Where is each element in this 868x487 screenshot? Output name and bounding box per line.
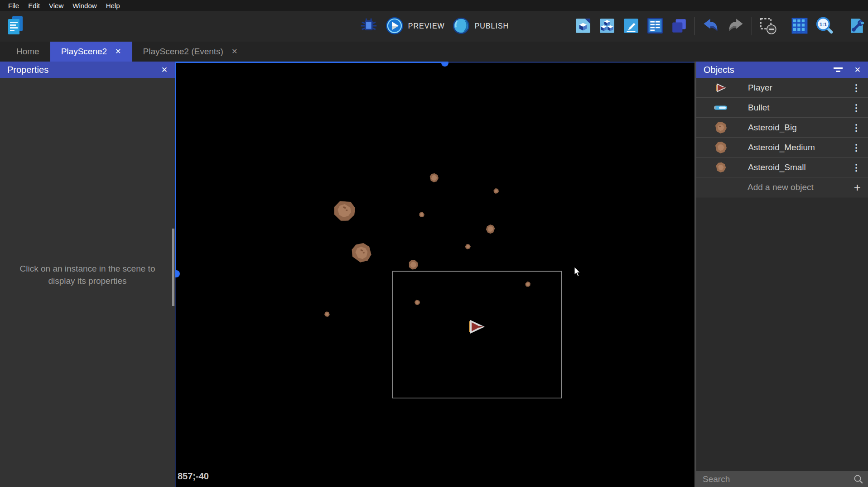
search-input[interactable] xyxy=(696,471,868,487)
redo-button[interactable] xyxy=(727,17,745,36)
kebab-menu-icon[interactable]: ⋮ xyxy=(852,143,861,152)
redo-arrow-icon xyxy=(727,17,745,36)
kebab-menu-icon[interactable]: ⋮ xyxy=(852,83,861,92)
kebab-menu-icon[interactable]: ⋮ xyxy=(852,103,861,112)
toolbar-divider xyxy=(694,17,695,35)
tab-playscene2-events[interactable]: PlayScene2 (Events) ✕ xyxy=(132,42,249,62)
game-window-border xyxy=(393,272,562,398)
properties-header: Properties ✕ xyxy=(0,62,175,78)
scene-settings-button[interactable] xyxy=(848,17,865,36)
object-row-asteroid-big[interactable]: Asteroid_Big ⋮ xyxy=(696,118,868,138)
scene-canvas[interactable]: 857;-40 xyxy=(175,62,694,487)
tab-bar: Home PlayScene2 ✕ PlayScene2 (Events) ✕ xyxy=(0,42,868,62)
layers-icon xyxy=(670,17,688,36)
close-icon[interactable]: ✕ xyxy=(231,48,237,55)
close-icon[interactable]: ✕ xyxy=(161,65,168,75)
object-label: Player xyxy=(748,83,852,93)
undo-button[interactable] xyxy=(702,17,720,36)
object-row-asteroid-small[interactable]: Asteroid_Small ⋮ xyxy=(696,158,868,177)
objects-panel: Objects ✕ Player ⋮ xyxy=(696,62,868,487)
kebab-menu-icon[interactable]: ⋮ xyxy=(852,163,861,172)
publish-label: PUBLISH xyxy=(475,22,509,30)
tab-playscene2[interactable]: PlayScene2 ✕ xyxy=(50,42,132,62)
bullet-icon xyxy=(714,100,728,115)
debug-bug-icon xyxy=(359,16,378,37)
preview-play-icon xyxy=(386,17,404,36)
asteroid-instance[interactable] xyxy=(363,252,365,253)
wrench-document-icon xyxy=(848,17,865,36)
grid-icon xyxy=(791,17,808,36)
object-row-bullet[interactable]: Bullet ⋮ xyxy=(696,98,868,118)
layers-button[interactable] xyxy=(670,17,688,36)
add-object-button[interactable]: Add a new object + xyxy=(696,177,868,197)
tab-label: Home xyxy=(16,47,39,57)
player-ship-icon xyxy=(714,81,728,95)
toolbar-divider xyxy=(841,17,841,35)
object-row-asteroid-medium[interactable]: Asteroid_Medium ⋮ xyxy=(696,138,868,158)
close-icon[interactable]: ✕ xyxy=(115,48,121,55)
zoom-1-1-icon: 1:1 xyxy=(815,16,834,37)
selection-handle[interactable] xyxy=(175,270,180,277)
objects-search xyxy=(696,471,868,487)
mouse-cursor xyxy=(574,267,580,277)
clear-selection-button[interactable] xyxy=(759,17,777,36)
objects-header: Objects ✕ xyxy=(696,62,868,78)
instances-list-button[interactable] xyxy=(598,17,616,36)
preview-label: PREVIEW xyxy=(408,22,445,30)
project-manager-button[interactable] xyxy=(6,15,24,38)
properties-title: Properties xyxy=(7,65,48,75)
objects-title: Objects xyxy=(704,65,734,75)
menu-edit[interactable]: Edit xyxy=(24,1,44,10)
object-label: Asteroid_Medium xyxy=(748,143,852,153)
pencil-icon xyxy=(622,17,640,36)
object-label: Asteroid_Small xyxy=(748,162,852,172)
asteroid-icon xyxy=(714,120,728,135)
menu-bar: File Edit View Window Help xyxy=(0,0,868,11)
tab-label: PlayScene2 xyxy=(61,47,107,57)
cursor-coordinates: 857;-40 xyxy=(178,471,209,482)
menu-help[interactable]: Help xyxy=(101,1,125,10)
asteroid-instance[interactable] xyxy=(346,210,348,211)
kebab-menu-icon[interactable]: ⋮ xyxy=(852,123,861,132)
properties-empty-message: Click on an instance in the scene to dis… xyxy=(0,263,175,287)
search-icon xyxy=(854,474,863,486)
asteroid-icon xyxy=(714,160,728,175)
toolbar: PREVIEW PUBLISH xyxy=(0,11,868,42)
undo-arrow-icon xyxy=(702,17,720,36)
menu-window[interactable]: Window xyxy=(68,1,101,10)
edit-scene-button[interactable] xyxy=(622,17,640,36)
toolbar-divider xyxy=(752,17,752,35)
scene-properties-button[interactable] xyxy=(646,17,664,36)
toolbar-divider xyxy=(784,17,784,35)
properties-scrollbar[interactable] xyxy=(172,229,174,306)
close-icon[interactable]: ✕ xyxy=(854,65,861,75)
grid-button[interactable] xyxy=(791,17,808,36)
svg-text:1:1: 1:1 xyxy=(820,21,827,27)
menu-file[interactable]: File xyxy=(4,1,24,10)
deselect-icon xyxy=(759,17,777,36)
filter-icon[interactable] xyxy=(834,67,843,72)
add-object-label: Add a new object xyxy=(747,182,854,192)
properties-list-icon xyxy=(646,17,664,36)
scene-render xyxy=(175,62,694,487)
selection-handle[interactable] xyxy=(441,62,448,67)
player-instance[interactable] xyxy=(469,320,485,334)
publish-sphere-icon xyxy=(452,17,470,36)
preview-button[interactable]: PREVIEW xyxy=(386,17,445,36)
objects-editor-button[interactable] xyxy=(574,17,592,36)
properties-panel: Properties ✕ Click on an instance in the… xyxy=(0,62,175,487)
debug-button[interactable] xyxy=(359,16,378,37)
asteroid-icon xyxy=(714,140,728,155)
publish-button[interactable]: PUBLISH xyxy=(452,17,509,36)
object-document-icon xyxy=(574,17,592,36)
plus-icon[interactable]: + xyxy=(854,181,861,193)
object-row-player[interactable]: Player ⋮ xyxy=(696,78,868,98)
object-label: Bullet xyxy=(748,103,852,113)
tab-label: PlayScene2 (Events) xyxy=(143,47,223,57)
project-manager-icon xyxy=(6,15,24,38)
menu-view[interactable]: View xyxy=(44,1,68,10)
object-label: Asteroid_Big xyxy=(748,123,852,133)
instances-cubes-icon xyxy=(598,17,616,36)
tab-home[interactable]: Home xyxy=(5,42,50,62)
zoom-reset-button[interactable]: 1:1 xyxy=(815,16,834,37)
